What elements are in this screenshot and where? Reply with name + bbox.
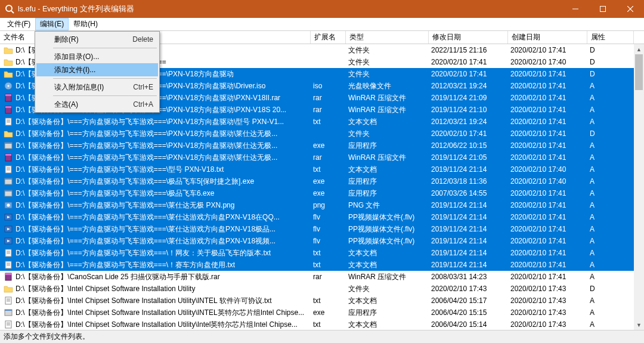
cell-type: 文本文档 [346, 163, 429, 175]
cell-ext: txt [311, 116, 346, 128]
menu-item[interactable]: 添加文件(I)... [36, 63, 158, 76]
table-row[interactable]: D:\【驱动备份】\===方向盘驱动与飞车游戏===\莱仕达游戏方向盘PXN-V… [0, 223, 644, 235]
file-name: D:\【驱动备份】\===方向盘驱动与飞车游戏===\型号 PXN-V18.tx… [16, 165, 224, 175]
table-row[interactable]: D:\【驱动备份】\===方向盘驱动与飞车游戏===\PXN-V18方向盘驱动\… [0, 140, 644, 152]
minimize-button[interactable] [562, 0, 589, 18]
table-row[interactable]: D:\【驱动备份】\===方向盘驱动与飞车游戏===\极品飞车6.exeexe应… [0, 187, 644, 199]
table-row[interactable]: D:\【驱动备份】\Intel Chipset Software Install… [0, 319, 644, 330]
table-row[interactable]: D:\【驱动备份】\===方向盘驱动与飞车游戏===\莱仕达游戏方向盘PXN-V… [0, 235, 644, 247]
rar-icon [4, 93, 13, 103]
cell-type: WinRAR 压缩文件 [346, 152, 429, 163]
svg-rect-19 [5, 154, 11, 156]
cell-mod: 2008/03/31 14:23 [429, 271, 508, 283]
file-name: D:\【驱动备份】\Intel Chipset Software Install… [16, 320, 298, 330]
status-bar: 添加多个文件到文件列表。 [0, 330, 644, 343]
table-row[interactable]: D:\【驱动备份】\===方向盘驱动与飞车游戏===\PXN-V18方向盘驱动\… [0, 128, 644, 140]
menu-file[interactable]: 文件(F) [2, 18, 35, 30]
app-icon [5, 4, 14, 14]
menu-item[interactable]: 读入附加信息(I)Ctrl+E [36, 81, 158, 94]
folder-icon [4, 284, 13, 293]
cell-attr: A [587, 223, 634, 235]
cell-attr: A [587, 271, 634, 283]
cell-ext: txt [311, 247, 346, 259]
cell-type: 应用程序 [346, 187, 429, 199]
cell-name: D:\【驱动备份】\===方向盘驱动与飞车游戏===\PXN-V18方向盘驱动\… [0, 140, 311, 152]
cell-mod: 2006/04/20 15:15 [429, 307, 508, 319]
table-row[interactable]: D:\【驱动备份】\Intel Chipset Software Install… [0, 295, 644, 307]
cell-type: WinRAR 压缩文件 [346, 271, 429, 283]
txt-icon [4, 320, 13, 329]
column-header-mod[interactable]: 修改日期 [429, 31, 508, 44]
cell-attr: A [587, 307, 634, 319]
svg-line-1 [11, 11, 14, 13]
table-row[interactable]: D:\【驱动备份】\===方向盘驱动与飞车游戏===\PXN-V18方向盘驱动\… [0, 116, 644, 128]
exe-icon [4, 177, 13, 186]
column-header-attr[interactable]: 属性 [587, 31, 634, 44]
cell-name: D:\【驱动备份】\===方向盘驱动与飞车游戏===\！赛车方向盘使用.txt [0, 259, 311, 271]
menu-item[interactable]: 全选(A)Ctrl+A [36, 98, 158, 111]
cell-attr: A [587, 80, 634, 92]
table-row[interactable]: D:\【驱动备份】\===方向盘驱动与飞车游戏===\型号 PXN-V18.tx… [0, 163, 644, 175]
menu-help[interactable]: 帮助(H) [69, 18, 103, 30]
menu-edit[interactable]: 编辑(E) [35, 18, 69, 30]
column-header-cre[interactable]: 创建日期 [508, 31, 587, 44]
cell-ext [311, 128, 346, 140]
menu-item[interactable]: 添加目录(O)... [36, 50, 158, 63]
table-row[interactable]: D:\【驱动备份】\===方向盘驱动与飞车游戏===\莱仕达无极 PXN.png… [0, 199, 644, 211]
cell-cre: 2020/02/10 17:40 [508, 163, 587, 175]
cell-name: D:\【驱动备份】\Intel Chipset Software Install… [0, 319, 311, 330]
cell-mod: 2022/11/15 21:16 [429, 44, 508, 56]
png-icon [4, 200, 13, 210]
cell-name: D:\【驱动备份】\===方向盘驱动与飞车游戏===\PXN-V18方向盘驱动\… [0, 128, 311, 140]
vertical-scrollbar[interactable]: ▲ ▼ [634, 44, 644, 330]
cell-attr: A [587, 163, 634, 175]
txt-icon [4, 248, 13, 258]
menu-item-label: 添加目录(O)... [54, 52, 99, 62]
scroll-up-arrow[interactable]: ▲ [634, 44, 644, 54]
cell-ext: txt [311, 295, 346, 307]
cell-type: 应用程序 [346, 140, 429, 152]
file-name: D:\【驱动备份】\===方向盘驱动与飞车游戏===\PXN-V18方向盘驱动\… [16, 129, 277, 139]
cell-ext: txt [311, 163, 346, 175]
iso-icon [4, 81, 13, 91]
cell-ext: exe [311, 140, 346, 152]
folder-icon [4, 129, 13, 138]
table-row[interactable]: D:\【驱动备份】\===方向盘驱动与飞车游戏===\！赛车方向盘使用.txtt… [0, 259, 644, 271]
table-row[interactable]: D:\【驱动备份】\===方向盘驱动与飞车游戏===\PXN-V18方向盘驱动\… [0, 152, 644, 163]
cell-mod: 2019/11/24 21:14 [429, 235, 508, 247]
cell-cre: 2020/02/10 17:40 [508, 175, 587, 187]
column-header-ext[interactable]: 扩展名 [311, 31, 346, 44]
cell-mod: 2006/04/20 15:14 [429, 319, 508, 330]
cell-ext [311, 68, 346, 80]
cell-type: PP视频媒体文件(.flv) [346, 235, 429, 247]
scroll-thumb[interactable] [635, 54, 643, 90]
cell-type: 文本文档 [346, 319, 429, 330]
cell-mod: 2019/11/24 21:09 [429, 92, 508, 104]
table-row[interactable]: D:\【驱动备份】\Intel Chipset Software Install… [0, 307, 644, 319]
table-row[interactable]: D:\【驱动备份】\===方向盘驱动与飞车游戏===\！网友：关于极品飞车的版本… [0, 247, 644, 259]
table-row[interactable]: D:\【驱动备份】\CanoScan Lide 25 扫描仪驱动与手册下载版.r… [0, 271, 644, 283]
file-name: D:\【驱动备份】\CanoScan Lide 25 扫描仪驱动与手册下载版.r… [16, 272, 220, 282]
scroll-down-arrow[interactable]: ▼ [634, 320, 644, 330]
table-row[interactable]: D:\【驱动备份】\===方向盘驱动与飞车游戏===\极品飞车5[保时捷之旅].… [0, 175, 644, 187]
table-row[interactable]: D:\【驱动备份】\===方向盘驱动与飞车游戏===\莱仕达游戏方向盘PXN-V… [0, 211, 644, 223]
cell-attr: D [587, 128, 634, 140]
exe-icon [4, 308, 13, 317]
svg-rect-17 [5, 143, 12, 144]
cell-mod: 2012/06/22 10:15 [429, 140, 508, 152]
cell-ext: flv [311, 223, 346, 235]
cell-name: D:\【驱动备份】\Intel Chipset Software Install… [0, 307, 311, 319]
column-header-type[interactable]: 类型 [346, 31, 429, 44]
cell-attr: A [587, 104, 634, 116]
menu-item[interactable]: 删除(R)Delete [36, 33, 158, 46]
table-row[interactable]: D:\【驱动备份】\Intel Chipset Software Install… [0, 283, 644, 295]
menu-item-shortcut: Delete [132, 35, 153, 44]
svg-point-7 [8, 85, 10, 87]
close-button[interactable] [617, 0, 644, 18]
cell-mod: 2020/02/10 17:41 [429, 128, 508, 140]
maximize-button[interactable] [589, 0, 617, 18]
cell-attr: D [587, 68, 634, 80]
file-name: D:\【驱动备份】\===方向盘驱动与飞车游戏===\极品飞车5[保时捷之旅].… [16, 177, 254, 187]
menu-separator [53, 95, 157, 96]
file-name: D:\【驱动备份】\===方向盘驱动与飞车游戏===\莱仕达游戏方向盘PXN-V… [16, 236, 275, 246]
